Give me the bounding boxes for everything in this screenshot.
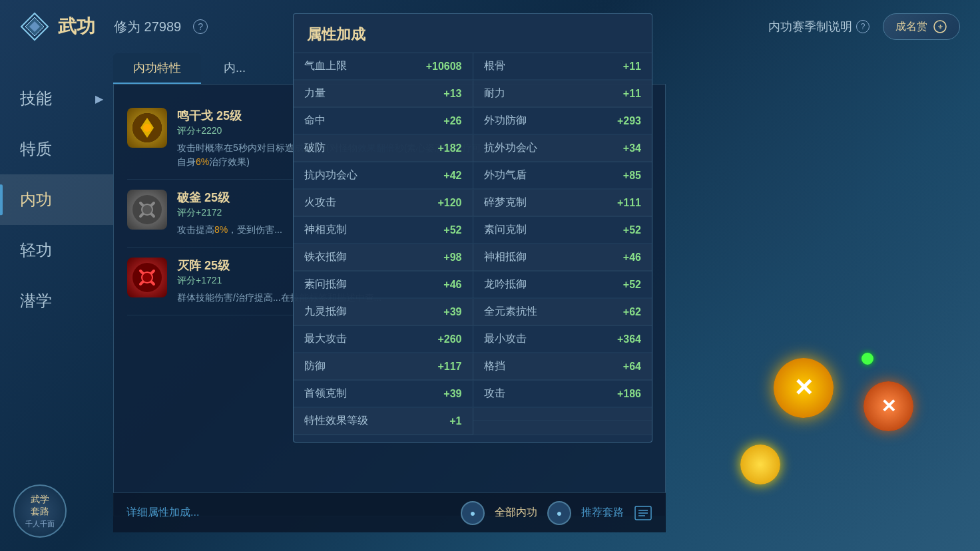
tab-neigong-texing[interactable]: 内功特性 — [113, 53, 201, 84]
popup-row-2: 命中 +26 外功防御 +293 — [294, 108, 652, 135]
label-waigong-fangyu: 外功防御 — [484, 114, 527, 128]
left-sidebar: 技能 ▶ 特质 内功 轻功 潜学 — [0, 53, 113, 519]
label-fangyu: 防御 — [304, 359, 326, 373]
popup-col-row-10-right: 最小攻击 +364 — [473, 326, 652, 353]
popup-left-1: 力量 +13 — [294, 81, 473, 107]
dot-1 — [861, 353, 873, 365]
season-btn[interactable]: 内功赛季制说明 ? — [768, 19, 869, 35]
popup-right-13 — [473, 408, 652, 435]
value-shouling-kz: +39 — [443, 388, 461, 400]
diamond-icon — [20, 12, 50, 42]
popup-col-row-6-right: 素问克制 +52 — [473, 217, 652, 244]
popup-right-4: 外功气盾 +85 — [473, 162, 652, 189]
svg-point-9 — [142, 204, 152, 215]
sidebar-label-qinggong: 轻功 — [20, 241, 52, 259]
highlight-6pct: 6% — [196, 156, 209, 167]
label-texing-level: 特性效果等级 — [304, 414, 368, 428]
value-huo-gongji: +120 — [437, 197, 461, 209]
popup-left-2: 命中 +26 — [294, 108, 473, 134]
recommend-btn[interactable]: 推荐套路 — [581, 506, 624, 520]
value-zuixiao-gj: +364 — [617, 333, 641, 345]
sidebar-item-qianxue[interactable]: 潜学 — [0, 276, 113, 326]
sidebar-item-neigong[interactable]: 内功 — [0, 174, 113, 225]
sidebar-item-qinggong[interactable]: 轻功 — [0, 225, 113, 276]
popup-col-row-0-right: 根骨 +11 — [473, 53, 652, 80]
popup-right-10: 最小攻击 +364 — [473, 326, 652, 353]
fame-btn[interactable]: 成名赏 ⚜ — [883, 13, 960, 40]
popup-right-12: 攻击 +186 — [473, 381, 652, 407]
label-zuixiao-gj: 最小攻击 — [484, 332, 527, 346]
popup-row-0: 气血上限 +10608 根骨 +11 — [294, 53, 652, 81]
label-suimeng: 碎梦克制 — [484, 196, 527, 210]
label-naili: 耐力 — [484, 87, 505, 100]
badge-line1: 武学 — [31, 494, 49, 506]
popup-left-3: 破防 +182 — [294, 135, 473, 162]
character-area: ✕ ✕ — [647, 0, 980, 551]
popup-col-row-8-right: 龙吟抵御 +52 — [473, 272, 652, 298]
popup-left-9: 九灵抵御 +39 — [294, 299, 473, 325]
all-neigong-circle-btn[interactable]: ● — [461, 501, 485, 525]
popup-row-7: 铁衣抵御 +98 神相抵御 +46 — [294, 244, 652, 272]
orb-2: ✕ — [863, 381, 913, 431]
sidebar-label-qianxue: 潜学 — [20, 291, 52, 309]
header-question-icon[interactable]: ? — [193, 19, 208, 34]
popup-title: 属性加成 — [294, 14, 652, 53]
label-liliang: 力量 — [304, 87, 326, 100]
popup-col-row-7-right: 神相抵御 +46 — [473, 244, 652, 271]
fame-btn-label: 成名赏 — [895, 20, 927, 34]
popup-col-row-9-left: 九灵抵御 +39 — [294, 299, 473, 325]
skill-icon-minggan — [127, 108, 167, 148]
detail-link[interactable]: 详细属性加成... — [126, 506, 199, 520]
bottom-badge[interactable]: 武学 套路 千人千面 — [13, 484, 67, 538]
popup-row-3: 破防 +182 抗外功会心 +34 — [294, 135, 652, 162]
popup-col-row-5-right: 碎梦克制 +111 — [473, 190, 652, 216]
popup-col-row-2-right: 外功防御 +293 — [473, 108, 652, 134]
season-question-icon: ? — [856, 20, 869, 33]
season-btn-label: 内功赛季制说明 — [768, 19, 852, 35]
popup-right-6: 素问克制 +52 — [473, 217, 652, 244]
sidebar-label-tezhi: 特质 — [20, 140, 52, 158]
label-gedang: 格挡 — [484, 359, 505, 373]
label-qixue: 气血上限 — [304, 59, 347, 73]
popup-left-12: 首领克制 +39 — [294, 381, 473, 407]
value-waigong-qidun: +85 — [623, 170, 641, 182]
popup-left-8: 素问抵御 +46 — [294, 272, 473, 298]
value-shenxiang-diyu: +46 — [623, 252, 641, 264]
popup-row-1: 力量 +13 耐力 +11 — [294, 81, 652, 108]
popup-col-row-8-left: 素问抵御 +46 — [294, 272, 473, 298]
value-gedang: +64 — [623, 361, 641, 373]
popup-row-11: 防御 +117 格挡 +64 — [294, 353, 652, 381]
tab-2[interactable]: 内... — [204, 53, 266, 84]
popup-row-9: 九灵抵御 +39 全元素抗性 +62 — [294, 299, 652, 326]
popup-right-3: 抗外功会心 +34 — [473, 135, 652, 162]
recommend-circle-btn[interactable]: ● — [547, 501, 571, 525]
popup-col-row-5-left: 火攻击 +120 — [294, 190, 473, 216]
popup-col-row-7-left: 铁衣抵御 +98 — [294, 244, 473, 271]
value-waigong-fangyu: +293 — [617, 115, 641, 127]
all-neigong-btn[interactable]: 全部内功 — [495, 506, 537, 520]
popup-row-6: 神相克制 +52 素问克制 +52 — [294, 217, 652, 244]
popup-col-row-11-right: 格挡 +64 — [473, 353, 652, 380]
value-gongji: +186 — [617, 388, 641, 400]
popup-right-5: 碎梦克制 +111 — [473, 190, 652, 216]
label-huo-gongji: 火攻击 — [304, 196, 336, 210]
popup-right-1: 耐力 +11 — [473, 81, 652, 107]
label-mingzhong: 命中 — [304, 114, 326, 128]
bottom-right-btns: ● 全部内功 ● 推荐套路 — [461, 501, 652, 525]
popup-left-13: 特性效果等级 +1 — [294, 408, 473, 435]
sidebar-item-tezhi[interactable]: 特质 — [0, 124, 113, 174]
label-jiuling: 九灵抵御 — [304, 305, 347, 319]
bottom-bar: 详细属性加成... ● 全部内功 ● 推荐套路 — [113, 492, 666, 532]
popup-left-6: 神相克制 +52 — [294, 217, 473, 244]
fame-icon: ⚜ — [933, 19, 947, 34]
skill-icon-miezhen — [127, 258, 167, 297]
badge-circle[interactable]: 武学 套路 千人千面 — [13, 484, 67, 538]
header-title: 武功 — [58, 14, 95, 39]
badge-line3: 千人千面 — [25, 519, 55, 529]
popup-col-row-3-left: 破防 +182 — [294, 135, 473, 162]
label-gengu: 根骨 — [484, 59, 505, 73]
label-zuida-gj: 最大攻击 — [304, 332, 347, 346]
sidebar-item-jinou[interactable]: 技能 ▶ — [0, 73, 113, 124]
popup-col-row-4-right: 外功气盾 +85 — [473, 162, 652, 189]
svg-point-7 — [143, 124, 151, 132]
